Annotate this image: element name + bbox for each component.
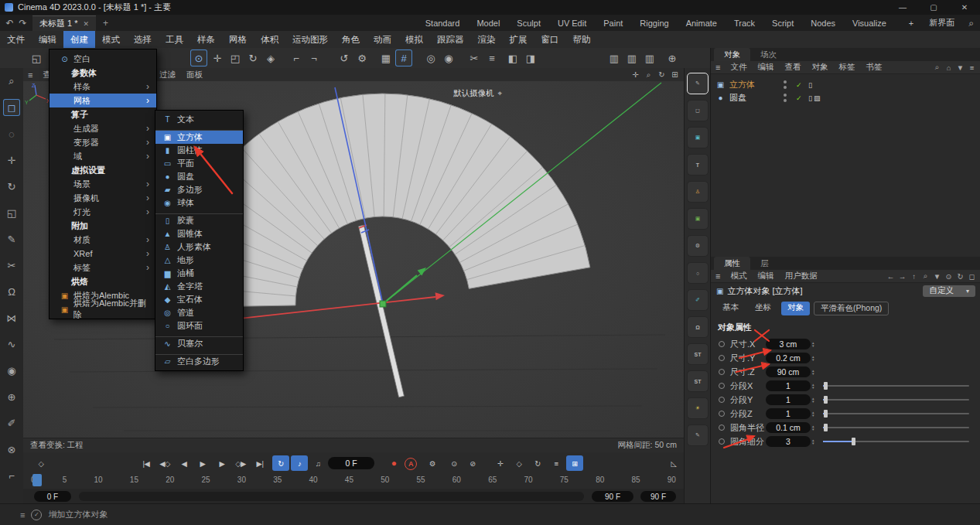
layout-square-icon[interactable]: ◻ (687, 100, 709, 121)
anim-dot[interactable] (719, 341, 725, 347)
layout-paint[interactable]: Paint (595, 19, 631, 28)
goto-end-button[interactable]: ▶| (251, 455, 268, 471)
status-menu-icon[interactable]: ≡ (20, 510, 25, 520)
am-up-icon[interactable]: ↑ (908, 271, 920, 282)
asset-cube-icon[interactable]: ▣ (687, 127, 709, 148)
render-region-icon[interactable]: ⊕ (664, 49, 681, 66)
disc-object-row[interactable]: ● 圆盘 ✓ ▯▨ (711, 91, 980, 104)
slider-handle[interactable] (824, 410, 828, 418)
slider-handle[interactable] (824, 382, 828, 390)
create-null[interactable]: ⊙ 空白 (50, 52, 156, 66)
fcurve-button[interactable]: ◺ (665, 455, 682, 471)
close-button[interactable]: ✕ (949, 0, 980, 15)
redo-icon[interactable]: ↷ (17, 18, 29, 29)
light-icon[interactable]: ☀ (687, 397, 709, 419)
anim-dot[interactable] (719, 438, 725, 445)
am-forward-icon[interactable]: → (896, 271, 908, 282)
free-select-tool-icon[interactable]: ◌ (3, 125, 20, 142)
slider[interactable] (823, 413, 969, 414)
key-position-button[interactable]: ✛ (492, 455, 509, 471)
snap-key-button[interactable]: ⊞ (566, 455, 583, 471)
maximize-button[interactable]: ▢ (918, 0, 949, 15)
scale-icon[interactable]: ◰ (227, 49, 244, 66)
box-select-tool-icon[interactable]: ◻ (3, 99, 20, 116)
smooth-tool-icon[interactable]: ∿ (3, 336, 20, 353)
am-refresh-icon[interactable]: ↻ (954, 271, 966, 282)
key-scale-button[interactable]: ◇ (510, 455, 528, 471)
move-icon[interactable]: ✛ (209, 49, 226, 66)
anim-dot[interactable] (719, 411, 725, 417)
minimize-button[interactable]: — (887, 0, 918, 15)
play-button[interactable]: ▶ (194, 455, 211, 471)
menu-animation[interactable]: 动画 (367, 31, 398, 48)
next-frame-button[interactable]: ▶ (213, 455, 230, 471)
enabled-check-icon[interactable]: ✓ (796, 94, 802, 102)
am-newpanel-icon[interactable]: ◻ (966, 271, 978, 282)
playhead[interactable] (32, 474, 42, 486)
vp-menu-filter[interactable]: 过滤 (154, 70, 181, 80)
create-deformers-sub[interactable]: 变形器 (50, 135, 156, 149)
loop-button[interactable]: ↻ (272, 455, 289, 471)
scale-tool-icon[interactable]: ◱ (3, 204, 20, 221)
create-camera-sub[interactable]: 摄像机 (50, 191, 156, 205)
mesh-capsule[interactable]: ▯ 胶囊 (155, 213, 243, 227)
menu-select[interactable]: 选择 (127, 31, 159, 48)
anim-dot[interactable] (719, 383, 725, 389)
mesh-cone[interactable]: ▲ 圆锥体 (155, 227, 243, 240)
layout-animate[interactable]: Animate (678, 19, 726, 28)
circle-icon[interactable]: ○ (687, 262, 709, 284)
section-virtual[interactable]: 虚拟设置 (50, 163, 156, 177)
layout-standard[interactable]: Standard (417, 19, 469, 28)
new-interface-button[interactable]: 新界面 (921, 17, 962, 29)
anim-dot[interactable] (719, 397, 725, 403)
mesh-disc[interactable]: ● 圆盘 (155, 170, 243, 183)
value-spinner[interactable]: ▴▾ (812, 424, 814, 431)
render-settings-icon[interactable]: ▥ (641, 49, 658, 66)
am-tab-coord[interactable]: 坐标 (749, 302, 777, 315)
goto-start-button[interactable]: |◀ (138, 455, 155, 471)
slider[interactable] (823, 427, 969, 428)
menu-mesh[interactable]: 网格 (222, 31, 254, 48)
value-spinner[interactable]: ▴▾ (812, 411, 814, 418)
mesh-text[interactable]: T 文本 (155, 113, 243, 126)
film-st-icon[interactable]: ST (687, 370, 709, 392)
menu-spline[interactable]: 样条 (190, 31, 222, 48)
coord-system-icon[interactable]: ¬ (306, 49, 323, 66)
anim-dot[interactable] (719, 369, 725, 375)
pen-tool-icon[interactable]: ✎ (3, 230, 20, 247)
menu-mograph[interactable]: 运动图形 (285, 31, 335, 48)
frame-ruler[interactable]: 051015202530354045505560657075808590 (26, 473, 681, 488)
mesh-polygon[interactable]: ▰ 多边形 (155, 183, 243, 196)
green-cube-icon[interactable]: ▣ (687, 208, 709, 230)
move-tool-icon[interactable]: ✛ (3, 152, 20, 169)
tag-pen-icon[interactable]: ✐ (687, 289, 709, 311)
key-parameter-button[interactable]: ≡ (548, 455, 565, 471)
menu-help[interactable]: 帮助 (566, 31, 598, 48)
create-tag-sub[interactable]: 标签 (50, 261, 156, 274)
section-parametric[interactable]: 参数体 (50, 66, 156, 80)
vp-toggle-icon[interactable]: ⊞ (668, 69, 681, 81)
value-spinner[interactable]: ▴▾ (812, 397, 814, 404)
section-extra[interactable]: 附加 (50, 219, 156, 233)
autokey-button[interactable]: A (405, 458, 417, 470)
section-operators[interactable]: 算子 (50, 107, 156, 121)
set-keyframe-button[interactable]: ◇ (32, 455, 50, 471)
value-field[interactable]: 0.2 cm (766, 353, 811, 363)
layout-rigging[interactable]: Rigging (631, 19, 677, 28)
mesh-tube[interactable]: ◎ 管道 (155, 306, 243, 319)
slider-handle[interactable] (824, 396, 828, 404)
knife-tool-icon[interactable]: ✂ (3, 257, 20, 274)
am-tab-phong[interactable]: 平滑着色(Phong) (814, 302, 889, 315)
create-scene-sub[interactable]: 场景 (50, 177, 156, 191)
mesh-pyramid[interactable]: ◭ 金字塔 (155, 280, 243, 293)
mesh-landscape[interactable]: △ 地形 (155, 254, 243, 267)
add-layout-button[interactable]: + (901, 19, 921, 28)
live-selection-icon[interactable]: ⊙ (190, 49, 207, 66)
value-spinner[interactable]: ▴▾ (812, 341, 814, 348)
value-field[interactable]: 0.1 cm (766, 422, 811, 433)
slider-handle[interactable] (852, 438, 855, 445)
next-key-button[interactable]: ◇▶ (232, 455, 249, 471)
menu-tracker[interactable]: 跟踪器 (430, 31, 471, 48)
value-spinner[interactable]: ▴▾ (812, 355, 814, 362)
value-field[interactable]: 90 cm (766, 366, 811, 377)
